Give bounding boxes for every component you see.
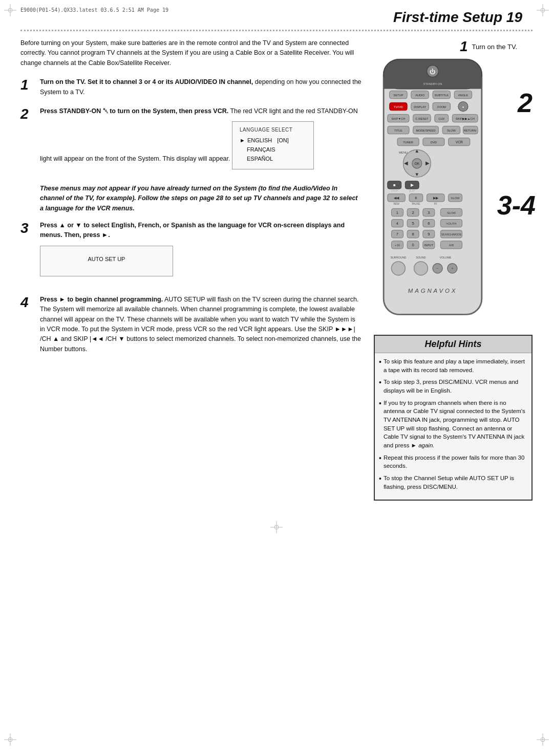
svg-text:+: + [451, 266, 454, 271]
step-3-content: Press ▲ or ▼ to select English, French, … [40, 221, 361, 286]
svg-text:+10: +10 [395, 244, 400, 247]
svg-text:◀: ◀ [404, 160, 408, 166]
intro-paragraph: Before turning on your System, make sure… [20, 38, 361, 68]
step-right-1-num: 1 [460, 38, 468, 55]
svg-text:PLAY: PLAY [409, 190, 416, 192]
lang-arrow-english: ► [240, 136, 245, 145]
svg-text:▶▶: ▶▶ [433, 196, 439, 200]
hint-3: If you try to program channels when ther… [379, 399, 525, 450]
step-2-number: 2 [20, 106, 35, 175]
svg-text:MODE/SPEED: MODE/SPEED [416, 129, 435, 132]
step-4-number: 4 [20, 295, 35, 354]
helpful-hints-body: To skip this feature and play a tape imm… [375, 353, 531, 500]
remote-svg: ⏻ STANDBY-ON SETUP AUDIO SUBTITLE ANGLE … [374, 57, 492, 323]
svg-text:9: 9 [428, 232, 430, 236]
svg-text:SETUP: SETUP [393, 94, 403, 97]
svg-text:7: 7 [396, 232, 398, 236]
svg-text:4: 4 [396, 221, 399, 226]
hint-4: Repeat this process if the power fails f… [379, 453, 525, 470]
svg-text:⏸: ⏸ [414, 196, 418, 200]
step-4-content: Press ► to begin channel programming. AU… [40, 295, 361, 354]
italic-note: These menus may not appear if you have a… [40, 184, 361, 213]
svg-text:REW: REW [394, 203, 400, 205]
svg-text:OK: OK [414, 162, 419, 165]
svg-text:ANGLE: ANGLE [458, 94, 469, 97]
svg-text:C-RESET: C-RESET [415, 117, 429, 120]
hint-2-text: To skip step 3, press DISC/MENU. VCR men… [384, 378, 525, 395]
step-3-bold: Press ▲ or ▼ to select English, French, … [40, 222, 345, 239]
helpful-hints-title: Helpful Hints [375, 336, 531, 353]
hints-list: To skip this feature and play a tape imm… [379, 357, 525, 491]
svg-text:FF: FF [434, 203, 437, 205]
svg-point-111 [414, 262, 428, 275]
left-column: Before turning on your System, make sure… [20, 38, 361, 501]
divider [20, 30, 533, 31]
svg-text:SEARCH/MODE: SEARCH/MODE [441, 233, 461, 236]
svg-text:5: 5 [412, 221, 414, 226]
step-2-bold: Press STANDBY-ON ␀ to turn on the System… [40, 107, 228, 115]
svg-text:SLOW: SLOW [447, 211, 456, 214]
svg-text:2: 2 [412, 210, 414, 215]
svg-text:⏻: ⏻ [430, 69, 436, 75]
step-right-2-num: 2 [518, 88, 533, 118]
svg-text:TV/VID: TV/VID [394, 105, 403, 109]
step-2-content: Press STANDBY-ON ␀ to turn on the System… [40, 106, 361, 175]
step-4-text: AUTO SETUP will flash on the TV screen d… [40, 296, 361, 353]
hint-2: To skip step 3, press DISC/MENU. VCR men… [379, 378, 525, 395]
svg-text:−: − [436, 266, 439, 271]
lang-english-label: ENGLISH [247, 136, 272, 145]
svg-text:▼: ▼ [415, 171, 419, 177]
page-title: First-time Setup 19 [0, 0, 553, 29]
svg-text:A/B: A/B [449, 244, 454, 247]
svg-text:▶: ▶ [411, 183, 414, 187]
step-4: 4 Press ► to begin channel programming. … [20, 295, 361, 354]
autosetup-label: AUTO SET UP [88, 255, 125, 264]
svg-text:1: 1 [396, 210, 398, 215]
svg-text:■: ■ [393, 183, 396, 187]
svg-text:SOUND: SOUND [416, 256, 426, 259]
bottom-reg-marks [0, 516, 553, 538]
svg-text:DISPLAY: DISPLAY [414, 105, 426, 109]
svg-text:SKIP▶▶▲CH: SKIP▶▶▲CH [456, 117, 475, 120]
svg-text:YOUTH: YOUTH [446, 222, 456, 225]
svg-text:TUNER: TUNER [403, 141, 413, 144]
svg-text:MAGNAVOX: MAGNAVOX [408, 288, 458, 294]
svg-text:SLOW: SLOW [447, 129, 456, 132]
svg-text:SUBTITLE: SUBTITLE [435, 94, 449, 97]
hint-5-text: To stop the Channel Setup while AUTO SET… [384, 474, 525, 491]
autosetup-box: AUTO SET UP [40, 246, 173, 276]
lang-english-tag: [ON] [277, 136, 289, 145]
step-3: 3 Press ▲ or ▼ to select English, French… [20, 221, 361, 286]
svg-text:RETURN: RETURN [464, 129, 476, 132]
hint-3-text: If you try to program channels when ther… [384, 399, 525, 450]
svg-text:TITLE: TITLE [394, 129, 402, 132]
step-1-number: 1 [20, 77, 35, 97]
svg-text:PAUSE: PAUSE [412, 203, 420, 205]
svg-text:8: 8 [412, 232, 414, 236]
remote-overlay: 1 Turn on the TV. 2 3-4 ⏻ [374, 38, 517, 325]
svg-text:SLOW: SLOW [451, 197, 460, 200]
svg-text:▲: ▲ [415, 148, 419, 154]
step-1-bold: Turn on the TV. Set it to channel 3 or 4… [40, 78, 253, 85]
svg-text:◀◀: ◀◀ [394, 196, 399, 200]
right-column: 1 Turn on the TV. 2 3-4 ⏻ [374, 38, 533, 501]
svg-text:STOP: STOP [391, 190, 398, 192]
step-1-content: Turn on the TV. Set it to channel 3 or 4… [40, 77, 361, 97]
svg-text:3: 3 [428, 210, 430, 215]
svg-text:STANDBY-ON: STANDBY-ON [423, 82, 442, 85]
svg-text:●: ● [462, 105, 464, 109]
step-4-bold: Press ► to begin channel programming. [40, 296, 163, 303]
svg-text:6: 6 [428, 221, 430, 226]
step-right-1-label: Turn on the TV. [472, 43, 517, 51]
doc-meta: E9000(P01-54).QX33.latest 03.6.5 2:51 AM… [20, 7, 168, 13]
remote-container: 2 3-4 ⏻ STANDBY-ON SETUP [374, 57, 517, 325]
step-1: 1 Turn on the TV. Set it to channel 3 or… [20, 77, 361, 97]
svg-text:0: 0 [412, 243, 414, 247]
svg-text:SURROUND: SURROUND [390, 256, 406, 259]
lang-francais: FRANÇAIS [240, 145, 306, 154]
svg-text:VOLUME: VOLUME [440, 256, 452, 259]
lang-francais-label: FRANÇAIS [247, 145, 275, 154]
svg-text:VCR: VCR [456, 140, 463, 144]
svg-text:ZOOM: ZOOM [437, 105, 446, 109]
svg-text:▶: ▶ [426, 160, 430, 166]
